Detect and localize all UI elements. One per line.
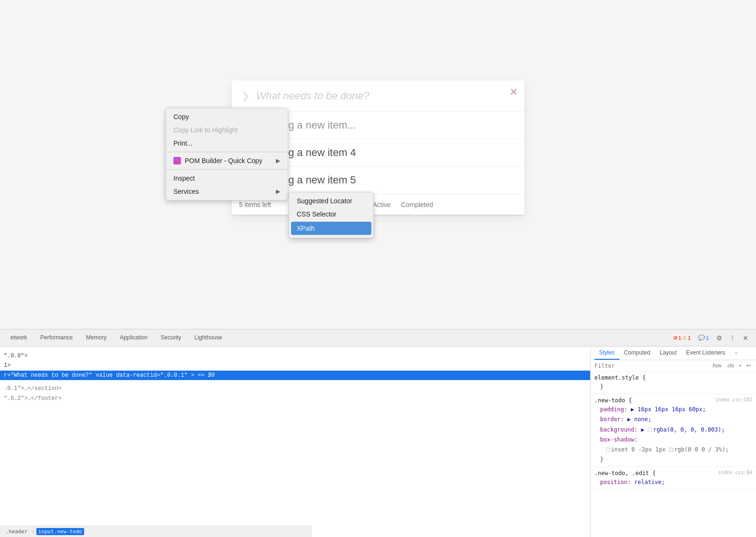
- styles-rule-element: element.style { }: [591, 372, 756, 394]
- filter-completed-button[interactable]: Completed: [397, 199, 438, 210]
- tab-performance[interactable]: Performance: [34, 332, 78, 344]
- context-submenu: Suggested Locator CSS Selector XPath: [289, 192, 374, 238]
- dom-breadcrumb: .header › input.new-todo: [0, 526, 312, 537]
- dom-line-spacer: [0, 380, 590, 384]
- tab-computed[interactable]: Computed: [619, 346, 655, 360]
- styles-origin-3: index.css:84: [718, 470, 752, 476]
- pom-builder-icon: [173, 157, 181, 165]
- styles-rule-header: element.style {: [594, 374, 752, 381]
- styles-selector-2: .new-todo {: [594, 397, 632, 404]
- styles-filter-actions: :hov .cls + ↩: [710, 362, 752, 369]
- chevron-right-icon: ▶: [276, 157, 280, 164]
- dom-line: .0.1">…</section>: [0, 384, 590, 393]
- devtools-panel: etwork Performance Memory Application Se…: [0, 329, 756, 537]
- styles-selector-3: .new-todo, .edit {: [594, 470, 656, 476]
- styles-tabs: Styles Computed Layout Event Listeners »: [591, 346, 756, 360]
- add-style-button[interactable]: +: [738, 362, 743, 369]
- hov-button[interactable]: :hov: [710, 362, 723, 369]
- context-menu-separator-1: [166, 152, 288, 152]
- dom-code: ".0.0"> 1> r="What needs to be done?" va…: [0, 346, 590, 408]
- warning-icon: ⚠: [682, 335, 687, 341]
- pom-item: POM Builder - Quick Copy: [173, 157, 262, 165]
- context-menu-copy-link: Copy Link to Highlight: [166, 123, 288, 137]
- toggle-all-icon[interactable]: ❯: [241, 90, 249, 102]
- dom-line: 1>: [0, 361, 590, 370]
- tab-memory[interactable]: Memory: [80, 332, 112, 344]
- close-button[interactable]: ✕: [509, 86, 518, 98]
- styles-filter-bar: :hov .cls + ↩: [591, 360, 756, 372]
- context-menu-inspect[interactable]: Inspect: [166, 172, 288, 185]
- submenu-xpath[interactable]: XPath: [291, 222, 371, 235]
- dom-line: ".0.2">…</footer>: [0, 394, 590, 403]
- close-devtools-icon[interactable]: ✕: [740, 332, 751, 344]
- settings-icon[interactable]: ⚙: [713, 332, 725, 344]
- breadcrumb-input[interactable]: input.new-todo: [36, 528, 84, 535]
- dom-line: ".0.0">: [0, 351, 590, 361]
- tab-application[interactable]: Application: [114, 332, 153, 344]
- devtools-tab-bar: etwork Performance Memory Application Se…: [0, 329, 756, 346]
- styles-filter-input[interactable]: [594, 363, 708, 369]
- todo-header: ❯ What needs to be done?: [232, 80, 524, 112]
- styles-prop-close: }: [594, 455, 752, 465]
- styles-origin-2: index.css:102: [715, 397, 752, 404]
- styles-rule-header-3: .new-todo, .edit { index.css:84: [594, 470, 752, 476]
- tab-security[interactable]: Security: [155, 332, 187, 344]
- submenu-css-selector[interactable]: CSS Selector: [289, 208, 373, 221]
- styles-prop-boxshadow: box-shadow:: [594, 435, 752, 445]
- styles-selector: element.style {: [594, 374, 645, 381]
- services-chevron-icon: ▶: [276, 188, 280, 195]
- context-menu-separator-2: [166, 169, 288, 170]
- dom-line-selected[interactable]: r="What needs to be done?" value data-re…: [0, 371, 590, 380]
- cls-button[interactable]: .cls: [725, 362, 736, 369]
- tab-styles[interactable]: Styles: [594, 346, 619, 360]
- error-badge: ⊘ 1 ⚠ 1: [670, 334, 694, 341]
- styles-panel: Styles Computed Layout Event Listeners »…: [591, 346, 756, 537]
- styles-prop-background: background: ▶ rgba(0, 0, 0, 0.003);: [594, 425, 752, 435]
- context-menu-services[interactable]: Services ▶: [166, 185, 288, 198]
- devtools-toolbar-right: ⊘ 1 ⚠ 1 💬 1 ⚙ ⋮ ✕: [670, 332, 751, 344]
- styles-prop-border: border: ▶ none;: [594, 415, 752, 424]
- styles-rule-new-todo: .new-todo { index.css:102 padding: ▶ 16p…: [591, 394, 756, 467]
- context-menu-copy[interactable]: Copy: [166, 110, 288, 123]
- error-icon: ⊘: [673, 335, 678, 341]
- styles-rule-header-2: .new-todo { index.css:102: [594, 397, 752, 404]
- tab-lighthouse[interactable]: Lighthouse: [189, 332, 228, 344]
- todo-input-placeholder: What needs to be done?: [256, 90, 369, 102]
- tab-layout[interactable]: Layout: [655, 346, 681, 360]
- context-menu-overlay: Copy Copy Link to Highlight Print... POM…: [165, 108, 288, 200]
- context-menu-pom-builder[interactable]: POM Builder - Quick Copy ▶ Suggested Loc…: [166, 154, 288, 167]
- styles-prop: }: [594, 382, 752, 392]
- context-menu-print[interactable]: Print...: [166, 137, 288, 150]
- tab-network[interactable]: etwork: [5, 332, 33, 344]
- messages-badge: 💬 1: [696, 334, 712, 341]
- message-icon: 💬: [698, 335, 705, 341]
- toggle-sidebar-icon[interactable]: ↩: [745, 362, 752, 369]
- styles-rule-new-todo-edit: .new-todo, .edit { index.css:84 position…: [591, 467, 756, 490]
- styles-prop-position: position: relative;: [594, 477, 752, 487]
- devtools-content: ".0.0"> 1> r="What needs to be done?" va…: [0, 346, 756, 537]
- breadcrumb-header[interactable]: .header: [4, 528, 29, 535]
- submenu-suggested-locator[interactable]: Suggested Locator: [289, 194, 373, 208]
- styles-prop-padding: padding: ▶ 16px 16px 16px 60px;: [594, 405, 752, 415]
- tab-event-listeners[interactable]: Event Listeners: [681, 346, 730, 360]
- styles-prop-boxshadow-value: inset 0 -2px 1px rgb(0 0 0 / 3%);: [594, 445, 752, 455]
- more-options-icon[interactable]: ⋮: [727, 332, 738, 344]
- todo-count: 5 items left: [239, 201, 271, 208]
- dom-panel: ".0.0"> 1> r="What needs to be done?" va…: [0, 346, 591, 537]
- tab-more-styles[interactable]: »: [730, 346, 743, 360]
- context-menu: Copy Copy Link to Highlight Print... POM…: [165, 108, 288, 200]
